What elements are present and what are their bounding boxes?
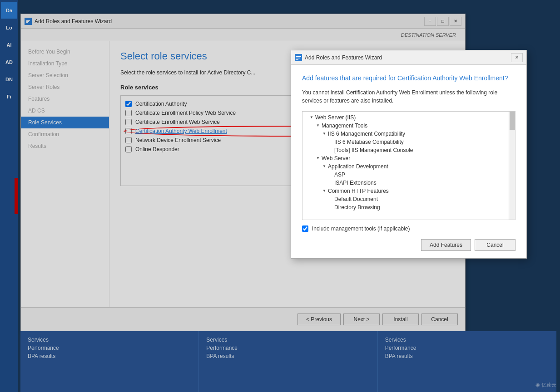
tree-arrow <box>322 131 327 137</box>
tree-item-label: ASP <box>334 172 345 178</box>
tree-item-label: Directory Browsing <box>334 204 380 211</box>
add-features-button[interactable]: Add Features <box>421 239 471 251</box>
tree-arrow <box>309 115 314 120</box>
svg-rect-6 <box>296 58 300 59</box>
tree-item-label: IIS 6 Metabase Compatibility <box>334 139 404 145</box>
tree-item: IIS 6 Management Compatibility <box>304 130 506 138</box>
dialog-titlebar: Add Roles and Features Wizard ✕ <box>291 50 526 65</box>
dialog-title-left: Add Roles and Features Wizard <box>295 54 382 61</box>
tree-item-label: Common HTTP Features <box>328 188 389 194</box>
dialog-title-text: Add Roles and Features Wizard <box>305 54 382 61</box>
tree-item-label: ISAPI Extensions <box>334 180 377 186</box>
tree-item: Web Server (IIS) <box>304 113 506 122</box>
tree-arrow <box>322 164 327 169</box>
tree-item-label: Web Server (IIS) <box>315 114 356 121</box>
svg-rect-5 <box>296 56 301 57</box>
dialog-cancel-button[interactable]: Cancel <box>475 239 515 251</box>
tree-item: Web Server <box>304 154 506 162</box>
tree-item-label: IIS 6 Management Compatibility <box>328 131 405 137</box>
dialog-description: You cannot install Certification Authori… <box>302 88 515 105</box>
tree-arrow <box>322 188 327 194</box>
tree-arrow <box>315 123 321 128</box>
management-tools-checkbox-row: Include management tools (if applicable) <box>302 225 515 232</box>
tree-item-label: Application Development <box>328 163 388 170</box>
dialog-wizard-icon <box>295 54 302 61</box>
dialog-tree-container[interactable]: Web Server (IIS)Management ToolsIIS 6 Ma… <box>302 111 515 220</box>
dialog-heading: Add features that are required for Certi… <box>302 74 515 83</box>
tree-item: Default Document <box>304 195 506 203</box>
tree-item: ISAPI Extensions <box>304 179 506 187</box>
tree-item-label: Default Document <box>334 196 378 202</box>
dialog-content: Add features that are required for Certi… <box>291 65 526 258</box>
tree-item: ASP <box>304 171 506 179</box>
tree-item: [Tools] IIS Management Console <box>304 146 506 154</box>
tree-item: Management Tools <box>304 122 506 130</box>
tree-arrow <box>315 156 321 161</box>
dialog-overlay: Add Roles and Features Wizard ✕ Add feat… <box>0 0 560 392</box>
tree-item-label: [Tools] IIS Management Console <box>334 147 413 153</box>
tree-scrollbar-thumb <box>510 112 515 130</box>
dialog-close-button[interactable]: ✕ <box>511 53 523 62</box>
management-tools-checkbox[interactable] <box>302 225 308 232</box>
tree-list: Web Server (IIS)Management ToolsIIS 6 Ma… <box>304 113 513 211</box>
tree-item-label: Management Tools <box>322 122 367 129</box>
svg-rect-7 <box>296 59 298 60</box>
tree-item: Application Development <box>304 162 506 171</box>
tree-scrollbar[interactable] <box>509 112 515 220</box>
tree-item: Directory Browsing <box>304 203 506 211</box>
tree-item-label: Web Server <box>322 155 350 162</box>
dialog: Add Roles and Features Wizard ✕ Add feat… <box>291 50 527 259</box>
tree-item: Common HTTP Features <box>304 187 506 195</box>
tree-item: IIS 6 Metabase Compatibility <box>304 138 506 146</box>
dialog-buttons: Add Features Cancel <box>302 239 515 251</box>
management-tools-label: Include management tools (if applicable) <box>312 225 410 232</box>
